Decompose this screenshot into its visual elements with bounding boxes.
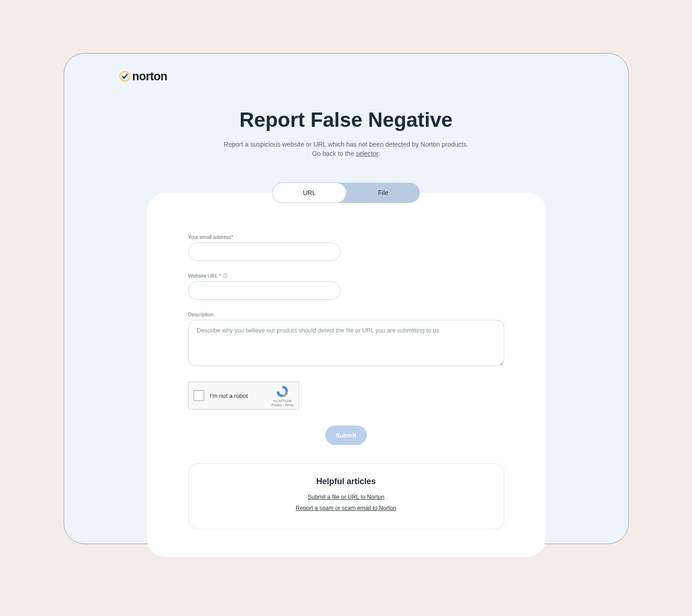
recaptcha-badge: reCAPTCHA Privacy - Terms	[271, 385, 293, 407]
subtitle-suffix: .	[378, 150, 380, 157]
url-label-text: Website URL *	[188, 273, 221, 278]
helpful-link-2[interactable]: Report a spam or scam email to Norton	[202, 505, 491, 511]
logo: norton	[119, 70, 573, 83]
info-icon[interactable]	[223, 273, 227, 278]
selector-link[interactable]: selector	[356, 150, 378, 157]
email-label: Your email address*	[188, 234, 504, 240]
recaptcha-widget: I'm not a robot reCAPTCHA Privacy - Term…	[188, 382, 299, 409]
recaptcha-checkbox[interactable]	[193, 390, 204, 401]
url-field-group: Website URL *	[188, 273, 504, 300]
description-textarea[interactable]	[188, 320, 504, 366]
recaptcha-logo-icon	[276, 385, 289, 398]
main-card: norton Report False Negative Report a su…	[64, 53, 629, 544]
submit-button[interactable]: Submit	[325, 426, 367, 445]
url-label: Website URL *	[188, 273, 504, 278]
subtitle-prefix: Go back to the	[312, 150, 356, 157]
svg-point-0	[119, 71, 129, 81]
svg-point-2	[225, 274, 225, 275]
tab-file[interactable]: File	[346, 183, 420, 203]
description-label: Description	[188, 312, 504, 317]
helpful-link-1[interactable]: Submit a file or URL to Norton	[202, 494, 491, 500]
email-input[interactable]	[188, 243, 340, 261]
recaptcha-terms: Privacy - Terms	[271, 403, 293, 407]
helpful-articles-box: Helpful articles Submit a file or URL to…	[188, 463, 504, 529]
recaptcha-label: I'm not a robot	[210, 392, 272, 399]
email-field-group: Your email address*	[188, 234, 504, 261]
logo-text: norton	[132, 70, 167, 83]
form-card: Your email address* Website URL * Descri…	[147, 193, 546, 557]
recaptcha-brand: reCAPTCHA	[274, 399, 292, 403]
tabs-wrapper: URL File	[119, 183, 573, 203]
tab-url[interactable]: URL	[272, 183, 346, 203]
url-input[interactable]	[188, 281, 340, 300]
subtitle-line-1: Report a suspicious website or URL which…	[119, 141, 573, 148]
helpful-title: Helpful articles	[202, 477, 491, 486]
tabs: URL File	[272, 183, 420, 203]
svg-rect-3	[225, 275, 226, 277]
norton-logo-icon	[119, 71, 130, 82]
description-field-group: Description	[188, 312, 504, 368]
subtitle-line-2: Go back to the selector.	[119, 150, 573, 157]
page-title: Report False Negative	[119, 108, 573, 131]
